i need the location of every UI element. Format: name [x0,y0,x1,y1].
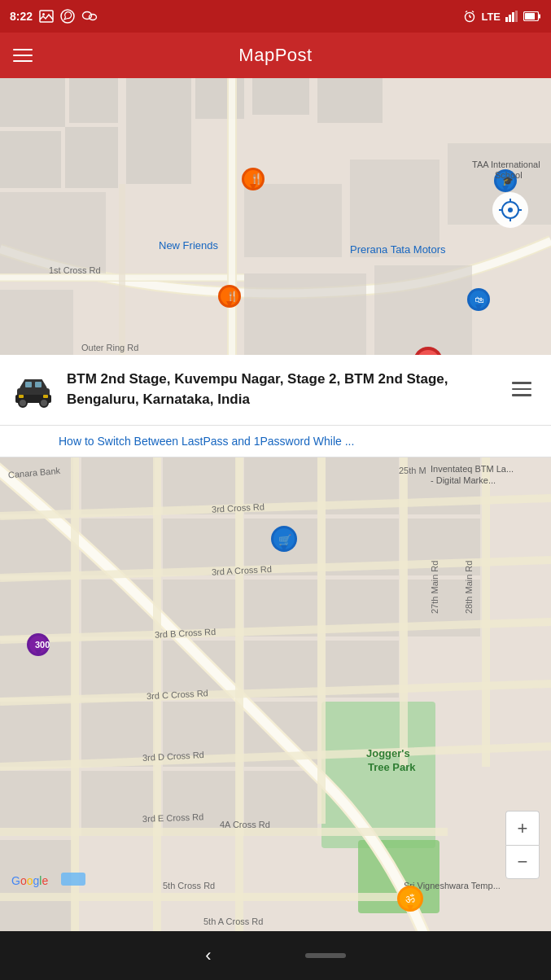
lte-label: LTE [481,11,501,23]
svg-rect-21 [65,127,118,188]
svg-text:🛒: 🛒 [278,533,292,547]
svg-text:TAA International: TAA International [472,160,540,169]
google-logo: Google [11,874,48,887]
svg-rect-88 [19,395,24,398]
svg-rect-92 [0,580,72,637]
time-display: 8:22 [10,10,33,23]
svg-rect-20 [0,131,61,188]
svg-rect-24 [252,78,309,115]
svg-rect-12 [512,12,514,22]
svg-rect-87 [43,395,48,398]
svg-text:1st Cross Rd: 1st Cross Rd [49,265,101,275]
gallery-icon [39,10,54,23]
whatsapp-icon [60,9,75,24]
svg-point-84 [40,399,48,407]
svg-rect-38 [374,265,472,355]
map-svg-upper: New Friends Prerana Tata Motors 1st Cros… [0,78,551,355]
svg-rect-11 [509,15,511,22]
svg-text:Tree Park: Tree Park [368,761,416,773]
app-bar: MapPost [0,33,551,78]
svg-text:🍴: 🍴 [226,290,238,302]
zoom-out-button[interactable]: − [505,845,540,879]
battery-icon [523,11,541,21]
svg-text:Inventateq BTM La...: Inventateq BTM La... [431,464,514,474]
svg-text:300: 300 [35,640,50,650]
svg-rect-32 [0,192,106,273]
svg-rect-86 [35,382,42,387]
status-right: LTE [463,10,541,23]
back-button[interactable]: ‹ [205,945,211,966]
svg-line-9 [472,11,474,13]
lower-map[interactable]: Canara Bank 25th M 3rd Cross Rd 3rd A Cr… [0,457,551,952]
svg-rect-19 [69,78,118,123]
svg-rect-33 [0,290,73,355]
hamburger-menu-button[interactable] [13,49,33,62]
svg-rect-13 [515,11,518,22]
status-left: 8:22 [10,9,98,24]
svg-rect-34 [244,184,342,257]
svg-rect-16 [539,15,540,19]
list-menu-button[interactable] [512,376,538,402]
svg-point-1 [42,13,45,15]
article-link[interactable]: How to Switch Between LastPass and 1Pass… [59,435,354,448]
zoom-controls: + − [505,811,540,879]
signal-icon [505,11,518,22]
svg-point-4 [90,15,97,20]
svg-rect-94 [0,702,72,767]
svg-rect-37 [244,273,366,355]
svg-text:Jogger's: Jogger's [366,747,410,759]
svg-text:ॐ: ॐ [405,892,415,905]
svg-text:5th Cross Rd: 5th Cross Rd [163,881,215,890]
svg-rect-25 [317,78,383,123]
upper-map[interactable]: New Friends Prerana Tata Motors 1st Cros… [0,78,551,355]
svg-rect-85 [25,382,32,387]
svg-rect-97 [81,457,155,514]
svg-rect-18 [0,78,65,127]
home-indicator[interactable] [305,953,346,958]
svg-text:New Friends: New Friends [159,239,218,252]
map-svg-lower: Canara Bank 25th M 3rd Cross Rd 3rd A Cr… [0,457,551,952]
alarm-icon [463,10,476,23]
svg-rect-15 [525,13,535,20]
svg-rect-100 [81,641,155,698]
link-bar: How to Switch Between LastPass and 1Pass… [0,426,551,457]
svg-text:25th M: 25th M [399,466,426,475]
svg-text:Prerana Tata Motors: Prerana Tata Motors [350,243,446,256]
svg-rect-95 [0,771,72,836]
svg-text:Outer Ring Rd: Outer Ring Rd [81,343,138,352]
address-text: BTM 2nd Stage, Kuvempu Nagar, Stage 2, B… [67,370,499,409]
app-title: MapPost [238,45,312,66]
info-card: BTM 2nd Stage, Kuvempu Nagar, Stage 2, B… [0,355,551,426]
zoom-in-button[interactable]: + [505,811,540,845]
svg-rect-169 [61,873,85,886]
svg-line-8 [466,11,467,13]
svg-rect-102 [81,771,155,836]
nav-bar: ‹ [0,931,551,980]
svg-point-83 [19,399,27,407]
car-icon [13,373,54,413]
svg-text:- Digital Marke...: - Digital Marke... [431,475,496,485]
svg-text:🛍: 🛍 [474,295,484,304]
svg-rect-10 [505,17,508,22]
svg-rect-22 [126,78,191,184]
status-bar: 8:22 LTE [0,0,551,33]
svg-text:28th Main Rd: 28th Main Rd [464,561,474,614]
svg-text:4A Cross Rd: 4A Cross Rd [220,820,270,829]
svg-text:5th A Cross Rd: 5th A Cross Rd [203,917,263,926]
svg-rect-35 [350,160,439,257]
svg-point-74 [508,208,513,212]
svg-rect-122 [321,702,435,848]
svg-text:🍴: 🍴 [250,172,264,186]
svg-text:School: School [495,170,523,180]
svg-text:27th Main Rd: 27th Main Rd [430,561,439,614]
wechat-icon [81,10,98,23]
